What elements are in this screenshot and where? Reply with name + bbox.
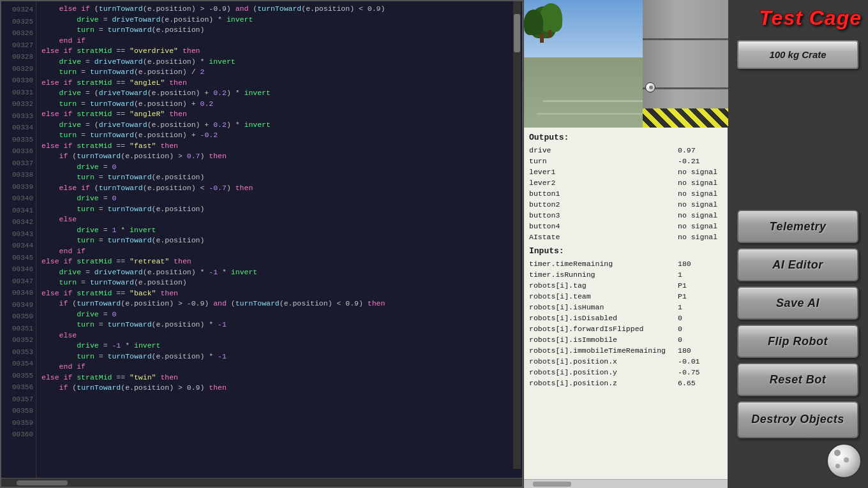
code-editor-panel: 0032400325003260032700328003290033000331…: [0, 0, 523, 488]
code-line: turn = turnToward(e.position) + -0.2: [41, 130, 517, 141]
code-line: else if stratMid == "twin" then: [41, 373, 517, 383]
code-wrapper: 0032400325003260032700328003290033000331…: [1, 1, 522, 478]
telemetry-output-row: button2no signal: [529, 199, 722, 210]
telemetry-output-row: drive0.97: [529, 145, 722, 156]
telemetry-panel: Outputs: drive0.97turn-0.21lever1no sign…: [523, 0, 728, 488]
code-line: drive = driveToward(e.position) * -1 * i…: [41, 267, 517, 278]
line-number: 00328: [1, 51, 36, 63]
telemetry-input-row: robots[i].tagP1: [529, 280, 722, 291]
line-number: 00330: [1, 75, 36, 87]
save-ai-button[interactable]: Save AI: [737, 286, 858, 320]
ai-editor-button[interactable]: AI Editor: [737, 248, 858, 281]
outputs-title: Outputs:: [529, 133, 722, 142]
telemetry-output-row: button4no signal: [529, 221, 722, 232]
code-line: turn = turnToward(e.position): [41, 277, 517, 288]
code-line: else if stratMid == "back" then: [41, 288, 517, 299]
line-number: 00325: [1, 16, 36, 28]
telemetry-input-row: robots[i].teamP1: [529, 291, 722, 302]
line-number: 00341: [1, 205, 36, 217]
telemetry-scrollbar[interactable]: [524, 479, 728, 488]
code-line: else: [41, 330, 517, 341]
telemetry-output-row: button3no signal: [529, 210, 722, 221]
line-number: 00359: [1, 417, 36, 429]
code-line: else if stratMid == "angleR" then: [41, 109, 517, 120]
code-line: else if stratMid == "overdrive" then: [41, 46, 517, 57]
line-number: 00347: [1, 276, 36, 288]
telemetry-input-row: robots[i].position.y-0.75: [529, 367, 722, 378]
code-line: turn = turnToward(e.position): [41, 172, 517, 183]
line-number: 00355: [1, 370, 36, 382]
code-line: turn = turnToward(e.position): [41, 25, 517, 36]
line-number: 00343: [1, 228, 36, 240]
code-line: turn = turnToward(e.position): [41, 204, 517, 215]
line-number: 00329: [1, 63, 36, 75]
line-number: 00333: [1, 110, 36, 122]
code-line: turn = turnToward(e.position) * -1: [41, 320, 517, 330]
telemetry-input-row: robots[i].immobileTimeRemaining180: [529, 345, 722, 356]
telemetry-output-row: button1no signal: [529, 188, 722, 199]
crate-button[interactable]: 100 kg Crate: [737, 40, 858, 69]
telemetry-content: Outputs: drive0.97turn-0.21lever1no sign…: [524, 128, 728, 479]
line-number: 00332: [1, 98, 36, 110]
line-number: 00353: [1, 346, 36, 359]
vertical-scrollbar[interactable]: [513, 1, 521, 469]
inputs-title: Inputs:: [529, 246, 722, 256]
line-number: 00345: [1, 252, 36, 264]
code-line: turn = turnToward(e.position) * -1: [41, 351, 517, 362]
code-line: turn = turnToward(e.position): [41, 235, 517, 246]
h-scroll-thumb[interactable]: [17, 480, 68, 485]
line-number: 00360: [1, 429, 36, 441]
line-number: 00344: [1, 240, 36, 252]
line-number: 00327: [1, 40, 36, 52]
code-line: drive = 0: [41, 162, 517, 173]
code-line: drive = (driveToward(e.position) + 0.2) …: [41, 88, 517, 99]
telemetry-input-row: robots[i].isImmobile0: [529, 334, 722, 345]
code-line: else if (turnToward(e.position) > -0.9) …: [41, 4, 517, 15]
line-number: 00326: [1, 27, 36, 40]
telemetry-input-row: robots[i].forwardIsFlipped0: [529, 323, 722, 334]
soccer-ball-preview: [645, 82, 655, 92]
telemetry-output-row: lever1no signal: [529, 166, 722, 177]
line-number: 00338: [1, 169, 36, 181]
line-number: 00331: [1, 87, 36, 99]
line-number: 00337: [1, 158, 36, 170]
line-number: 00352: [1, 334, 36, 346]
horizontal-scrollbar[interactable]: [1, 478, 522, 487]
telemetry-input-row: timer.isRunning1: [529, 269, 722, 280]
line-number: 00335: [1, 134, 36, 146]
line-number: 00358: [1, 405, 36, 417]
telemetry-output-row: AIstateno signal: [529, 232, 722, 242]
game-title: Test Cage: [734, 6, 862, 30]
reset-bot-button[interactable]: Reset Bot: [737, 363, 858, 396]
line-number: 00356: [1, 381, 36, 394]
telemetry-scroll-thumb[interactable]: [533, 482, 571, 487]
telemetry-input-row: robots[i].isHuman1: [529, 302, 722, 313]
code-line: else if stratMid == "retreat" then: [41, 256, 517, 267]
telemetry-button[interactable]: Telemetry: [737, 210, 858, 243]
code-line: else: [41, 214, 517, 225]
code-line: drive = 0: [41, 309, 517, 320]
code-line: if (turnToward(e.position) > 0.7) then: [41, 151, 517, 162]
scroll-thumb[interactable]: [514, 14, 520, 52]
code-line: end if: [41, 36, 517, 47]
line-number: 00357: [1, 394, 36, 406]
code-line: else if stratMid == "angleL" then: [41, 78, 517, 89]
telemetry-input-row: robots[i].position.x-0.01: [529, 356, 722, 367]
line-number: 00354: [1, 358, 36, 370]
code-content[interactable]: else if (turnToward(e.position) > -0.9) …: [36, 1, 522, 478]
telemetry-output-row: lever2no signal: [529, 177, 722, 188]
inputs-list: timer.timeRemaining180timer.isRunning1ro…: [529, 258, 722, 388]
line-number: 00351: [1, 323, 36, 335]
line-number: 00336: [1, 145, 36, 158]
line-number: 00339: [1, 181, 36, 193]
destroy-objects-button[interactable]: Destroy Objects: [737, 401, 858, 438]
line-numbers: 0032400325003260032700328003290033000331…: [1, 1, 36, 478]
code-line: turn = turnToward(e.position) / 2: [41, 67, 517, 78]
code-line: end if: [41, 246, 517, 257]
code-line: end if: [41, 362, 517, 373]
code-line: if (turnToward(e.position) > 0.9) then: [41, 383, 517, 394]
line-number: 00340: [1, 193, 36, 205]
telemetry-output-row: turn-0.21: [529, 156, 722, 166]
outputs-list: drive0.97turn-0.21lever1no signallever2n…: [529, 145, 722, 242]
flip-robot-button[interactable]: Flip Robot: [737, 325, 858, 358]
